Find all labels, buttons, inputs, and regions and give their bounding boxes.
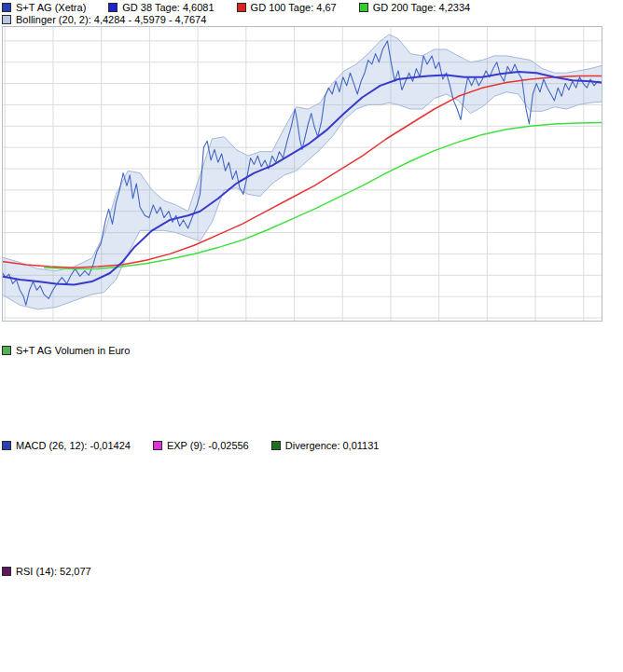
stock-chart-page: S+T AG (Xetra) GD 38 Tage: 4,6081 GD 100… [0, 0, 623, 672]
bollinger-legend-swatch [2, 15, 11, 24]
price-chart-plot [0, 26, 623, 322]
legend-item-rsi: RSI (14): 52,077 [2, 566, 91, 577]
gd200-legend-label: GD 200 Tage: 4,2334 [373, 2, 470, 13]
legend-item-volume: S+T AG Volumen in Euro [2, 345, 130, 356]
rsi-legend-swatch [2, 567, 11, 576]
x-axis-labels [0, 323, 623, 336]
volume-chart-plot [0, 358, 623, 434]
gd100-legend-label: GD 100 Tage: 4,67 [251, 2, 337, 13]
volume-legend-swatch [2, 346, 11, 355]
macd-legend: MACD (26, 12): -0,01424 EXP (9): -0,0255… [2, 439, 379, 451]
main-chart-legend: S+T AG (Xetra) GD 38 Tage: 4,6081 GD 100… [2, 1, 470, 25]
legend-item-exp: EXP (9): -0,02556 [153, 440, 249, 451]
volume-legend: S+T AG Volumen in Euro [2, 344, 130, 356]
exp-legend-swatch [153, 441, 162, 450]
stock-legend-label: S+T AG (Xetra) [16, 2, 86, 13]
rsi-legend: RSI (14): 52,077 [2, 565, 91, 577]
legend-item-gd200: GD 200 Tage: 4,2334 [359, 2, 470, 13]
series-GD 38 Tage [2, 72, 602, 285]
legend-item-stock: S+T AG (Xetra) [2, 2, 86, 13]
bollinger-legend-label: Bollinger (20, 2): 4,4284 - 4,5979 - 4,7… [16, 14, 206, 25]
macd-legend-swatch [2, 441, 11, 450]
gd38-legend-label: GD 38 Tage: 4,6081 [122, 2, 214, 13]
macd-legend-label: MACD (26, 12): -0,01424 [16, 440, 131, 451]
macd-chart-plot [0, 454, 623, 561]
legend-item-divergence: Divergence: 0,01131 [271, 440, 380, 451]
volume-legend-label: S+T AG Volumen in Euro [16, 345, 130, 356]
gd200-legend-swatch [359, 3, 368, 12]
stock-legend-swatch [2, 3, 11, 12]
legend-item-gd38: GD 38 Tage: 4,6081 [108, 2, 214, 13]
rsi-chart-plot [0, 578, 623, 672]
legend-item-bollinger: Bollinger (20, 2): 4,4284 - 4,5979 - 4,7… [2, 14, 206, 25]
gd38-legend-swatch [108, 3, 118, 12]
rsi-legend-label: RSI (14): 52,077 [16, 566, 91, 577]
legend-item-macd: MACD (26, 12): -0,01424 [2, 440, 131, 451]
divergence-legend-swatch [271, 441, 281, 450]
divergence-legend-label: Divergence: 0,01131 [285, 440, 380, 451]
exp-legend-label: EXP (9): -0,02556 [167, 440, 249, 451]
legend-item-gd100: GD 100 Tage: 4,67 [237, 2, 337, 13]
gd100-legend-swatch [237, 3, 246, 12]
